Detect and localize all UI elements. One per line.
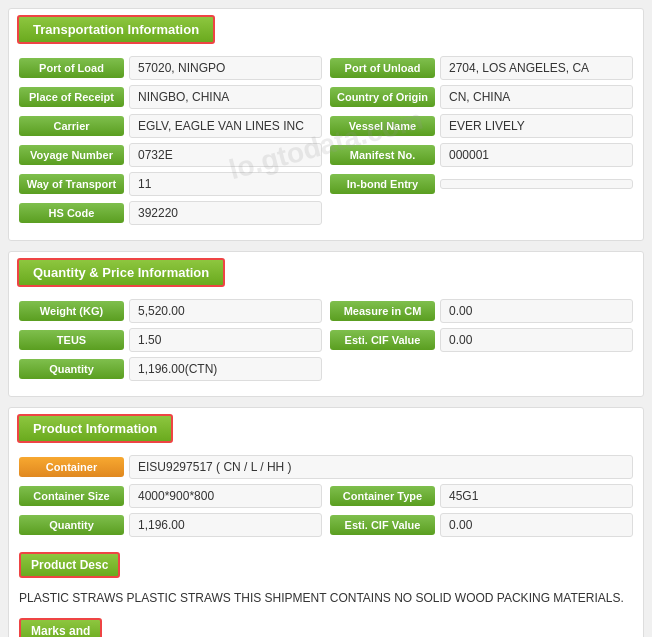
esti-cif-value: 0.00 xyxy=(440,328,633,352)
product-header: Product Information xyxy=(9,408,643,449)
product-quantity-value: 1,196.00 xyxy=(129,513,322,537)
product-quantity-group: Quantity 1,196.00 xyxy=(19,513,322,537)
measure-group: Measure in CM 0.00 xyxy=(330,299,633,323)
teus-label: TEUS xyxy=(19,330,124,350)
quantity-value: 1,196.00(CTN) xyxy=(129,357,322,381)
row-teus-cif: TEUS 1.50 Esti. CIF Value 0.00 xyxy=(19,328,633,352)
container-type-value: 45G1 xyxy=(440,484,633,508)
measure-value: 0.00 xyxy=(440,299,633,323)
manifest-no-label: Manifest No. xyxy=(330,145,435,165)
way-of-transport-group: Way of Transport 11 xyxy=(19,172,322,196)
weight-value: 5,520.00 xyxy=(129,299,322,323)
product-esti-cif-group: Esti. CIF Value 0.00 xyxy=(330,513,633,537)
country-of-origin-group: Country of Origin CN, CHINA xyxy=(330,85,633,109)
product-title: Product Information xyxy=(17,414,173,443)
in-bond-entry-value xyxy=(440,179,633,189)
esti-cif-label: Esti. CIF Value xyxy=(330,330,435,350)
marks-and-section: Marks and xyxy=(9,613,643,637)
measure-label: Measure in CM xyxy=(330,301,435,321)
row-receipt-origin: Place of Receipt NINGBO, CHINA Country o… xyxy=(19,85,633,109)
row-quantity: Quantity 1,196.00(CTN) xyxy=(19,357,633,381)
product-section: Product Information Container EISU929751… xyxy=(8,407,644,637)
marks-and-label: Marks and xyxy=(19,618,102,637)
container-size-label: Container Size xyxy=(19,486,124,506)
hs-code-spacer xyxy=(330,201,633,225)
carrier-value: EGLV, EAGLE VAN LINES INC xyxy=(129,114,322,138)
transportation-title: Transportation Information xyxy=(17,15,215,44)
quantity-group: Quantity 1,196.00(CTN) xyxy=(19,357,322,381)
row-container: Container EISU9297517 ( CN / L / HH ) xyxy=(19,455,633,479)
teus-group: TEUS 1.50 xyxy=(19,328,322,352)
hs-code-label: HS Code xyxy=(19,203,124,223)
weight-group: Weight (KG) 5,520.00 xyxy=(19,299,322,323)
transportation-section: Transportation Information lo.gtodata.co… xyxy=(8,8,644,241)
main-container: Transportation Information lo.gtodata.co… xyxy=(0,0,652,637)
row-weight-measure: Weight (KG) 5,520.00 Measure in CM 0.00 xyxy=(19,299,633,323)
container-size-value: 4000*900*800 xyxy=(129,484,322,508)
row-ports: Port of Load 57020, NINGPO Port of Unloa… xyxy=(19,56,633,80)
carrier-group: Carrier EGLV, EAGLE VAN LINES INC xyxy=(19,114,322,138)
container-group: Container EISU9297517 ( CN / L / HH ) xyxy=(19,455,633,479)
way-of-transport-label: Way of Transport xyxy=(19,174,124,194)
transportation-content: lo.gtodata.com Port of Load 57020, NINGP… xyxy=(9,50,643,240)
carrier-label: Carrier xyxy=(19,116,124,136)
quantity-spacer xyxy=(330,357,633,381)
port-of-unload-group: Port of Unload 2704, LOS ANGELES, CA xyxy=(330,56,633,80)
transportation-rows: Port of Load 57020, NINGPO Port of Unloa… xyxy=(9,50,643,240)
row-transport-bond: Way of Transport 11 In-bond Entry xyxy=(19,172,633,196)
voyage-number-group: Voyage Number 0732E xyxy=(19,143,322,167)
row-container-size-type: Container Size 4000*900*800 Container Ty… xyxy=(19,484,633,508)
hs-code-value: 392220 xyxy=(129,201,322,225)
esti-cif-group: Esti. CIF Value 0.00 xyxy=(330,328,633,352)
product-desc-section: Product Desc xyxy=(9,552,643,583)
manifest-no-group: Manifest No. 000001 xyxy=(330,143,633,167)
quantity-label: Quantity xyxy=(19,359,124,379)
voyage-number-label: Voyage Number xyxy=(19,145,124,165)
place-of-receipt-label: Place of Receipt xyxy=(19,87,124,107)
place-of-receipt-group: Place of Receipt NINGBO, CHINA xyxy=(19,85,322,109)
container-value: EISU9297517 ( CN / L / HH ) xyxy=(129,455,633,479)
vessel-name-group: Vessel Name EVER LIVELY xyxy=(330,114,633,138)
container-type-label: Container Type xyxy=(330,486,435,506)
weight-label: Weight (KG) xyxy=(19,301,124,321)
country-of-origin-value: CN, CHINA xyxy=(440,85,633,109)
row-product-quantity-cif: Quantity 1,196.00 Esti. CIF Value 0.00 xyxy=(19,513,633,537)
teus-value: 1.50 xyxy=(129,328,322,352)
country-of-origin-label: Country of Origin xyxy=(330,87,435,107)
port-of-load-group: Port of Load 57020, NINGPO xyxy=(19,56,322,80)
place-of-receipt-value: NINGBO, CHINA xyxy=(129,85,322,109)
port-of-unload-label: Port of Unload xyxy=(330,58,435,78)
quantity-price-header: Quantity & Price Information xyxy=(9,252,643,293)
row-voyage-manifest: Voyage Number 0732E Manifest No. 000001 xyxy=(19,143,633,167)
quantity-price-rows: Weight (KG) 5,520.00 Measure in CM 0.00 … xyxy=(9,293,643,396)
product-esti-cif-label: Esti. CIF Value xyxy=(330,515,435,535)
transportation-header: Transportation Information xyxy=(9,9,643,50)
product-desc-value: PLASTIC STRAWS PLASTIC STRAWS THIS SHIPM… xyxy=(9,583,643,613)
vessel-name-value: EVER LIVELY xyxy=(440,114,633,138)
manifest-no-value: 000001 xyxy=(440,143,633,167)
container-size-group: Container Size 4000*900*800 xyxy=(19,484,322,508)
port-of-unload-value: 2704, LOS ANGELES, CA xyxy=(440,56,633,80)
row-carrier-vessel: Carrier EGLV, EAGLE VAN LINES INC Vessel… xyxy=(19,114,633,138)
hs-code-group: HS Code 392220 xyxy=(19,201,322,225)
voyage-number-value: 0732E xyxy=(129,143,322,167)
product-esti-cif-value: 0.00 xyxy=(440,513,633,537)
port-of-load-value: 57020, NINGPO xyxy=(129,56,322,80)
product-quantity-label: Quantity xyxy=(19,515,124,535)
product-desc-label: Product Desc xyxy=(19,552,120,578)
way-of-transport-value: 11 xyxy=(129,172,322,196)
container-label: Container xyxy=(19,457,124,477)
row-hs-code: HS Code 392220 xyxy=(19,201,633,225)
container-type-group: Container Type 45G1 xyxy=(330,484,633,508)
in-bond-entry-group: In-bond Entry xyxy=(330,172,633,196)
product-rows: Container EISU9297517 ( CN / L / HH ) Co… xyxy=(9,449,643,552)
vessel-name-label: Vessel Name xyxy=(330,116,435,136)
quantity-price-section: Quantity & Price Information Weight (KG)… xyxy=(8,251,644,397)
port-of-load-label: Port of Load xyxy=(19,58,124,78)
in-bond-entry-label: In-bond Entry xyxy=(330,174,435,194)
quantity-price-title: Quantity & Price Information xyxy=(17,258,225,287)
